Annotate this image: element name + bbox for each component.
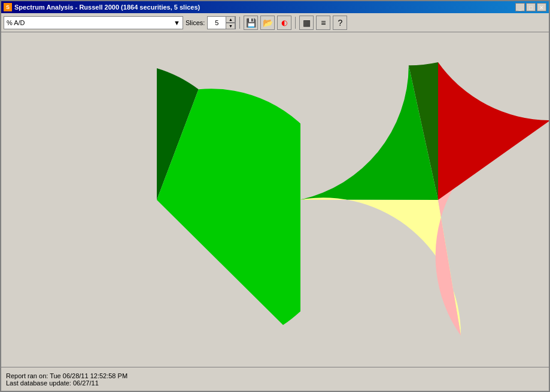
slices-down-button[interactable]: ▼ — [226, 23, 235, 29]
close-button[interactable]: ✕ — [537, 3, 546, 11]
slice-e-path — [438, 62, 549, 200]
grid-icon: ▦ — [303, 18, 311, 28]
window-title: Spectrum Analysis - Russell 2000 (1864 s… — [14, 4, 200, 11]
dropdown-value: % A/D — [7, 19, 174, 26]
pie-chart — [13, 56, 300, 344]
slices-value-input[interactable]: 5 — [208, 19, 226, 26]
toolbar-separator-1 — [239, 17, 240, 29]
open-icon: 📂 — [263, 18, 273, 28]
db-label: Last database update: — [6, 379, 73, 387]
chart-button[interactable]: ◐ — [277, 16, 291, 30]
db-date-line: Last database update: 06/27/11 — [6, 379, 544, 387]
toolbar: % A/D ▼ Slices: 5 ▲ ▼ 💾 📂 ◐ ▦ ≡ ? — [1, 13, 549, 32]
chart-icon: ◐ — [281, 19, 287, 27]
inner-content: Value ▽ Percent A Accumulation> 60.00 an… — [1, 32, 549, 367]
report-label: Report ran on: — [6, 372, 50, 379]
open-button[interactable]: 📂 — [260, 16, 275, 30]
help-button[interactable]: ? — [333, 16, 347, 30]
pie-svg — [300, 62, 549, 338]
save-icon: 💾 — [246, 18, 256, 28]
status-bar: Report ran on: Tue 06/28/11 12:52:58 PM … — [1, 367, 549, 391]
report-date-line: Report ran on: Tue 06/28/11 12:52:58 PM — [6, 372, 544, 379]
maximize-button[interactable]: □ — [526, 3, 536, 11]
chart-area — [1, 32, 549, 367]
pie-wrapper — [300, 62, 549, 338]
content-with-scroll: Value ▽ Percent A Accumulation> 60.00 an… — [1, 32, 549, 391]
save-button[interactable]: 💾 — [244, 16, 258, 30]
indicator-dropdown[interactable]: % A/D ▼ — [4, 16, 183, 29]
main-window: S Spectrum Analysis - Russell 2000 (1864… — [0, 0, 550, 392]
help-icon: ? — [338, 18, 343, 28]
window-controls: _ □ ✕ — [515, 3, 546, 11]
title-bar-left: S Spectrum Analysis - Russell 2000 (1864… — [4, 3, 200, 11]
slices-up-button[interactable]: ▲ — [226, 16, 235, 23]
slices-spinner: ▲ ▼ — [226, 16, 235, 29]
slices-input[interactable]: 5 ▲ ▼ — [207, 16, 236, 29]
app-icon: S — [4, 3, 12, 11]
grid2-button[interactable]: ≡ — [316, 16, 330, 30]
toolbar-separator-2 — [295, 17, 296, 29]
report-date: Tue 06/28/11 12:52:58 PM — [50, 372, 127, 379]
title-bar: S Spectrum Analysis - Russell 2000 (1864… — [1, 1, 549, 13]
slices-label: Slices: — [186, 19, 205, 26]
dropdown-arrow-icon: ▼ — [174, 19, 180, 26]
grid2-icon: ≡ — [321, 18, 326, 28]
db-date: 06/27/11 — [73, 379, 99, 387]
minimize-button[interactable]: _ — [515, 3, 525, 11]
grid-button[interactable]: ▦ — [299, 16, 314, 30]
